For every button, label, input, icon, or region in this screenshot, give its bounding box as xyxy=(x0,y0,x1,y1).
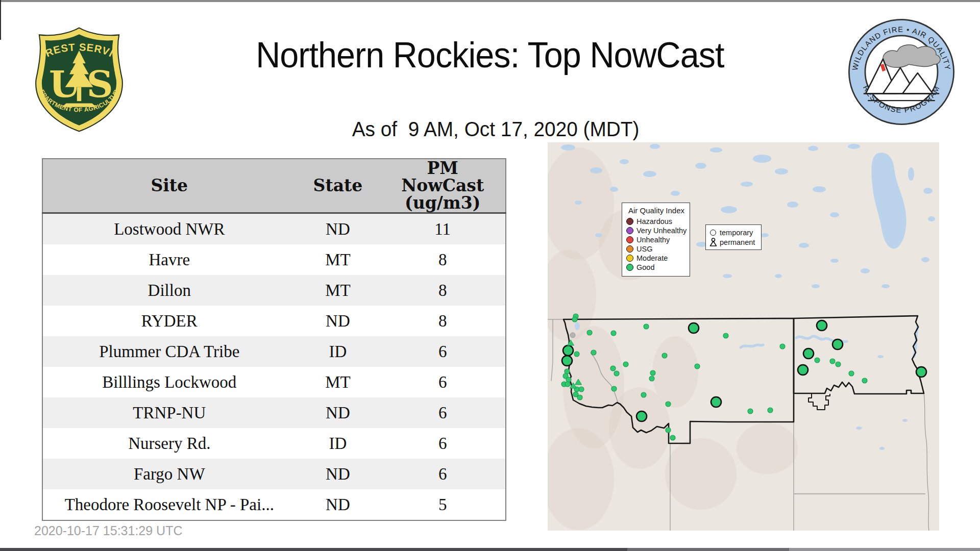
station-marker-small xyxy=(641,392,646,397)
station-marker-large xyxy=(563,345,573,356)
station-marker-small xyxy=(623,362,628,367)
table-row: Dillon MT 8 xyxy=(42,275,506,306)
value-cell: 8 xyxy=(380,244,506,275)
site-cell: Nursery Rd. xyxy=(42,428,296,459)
station-marker-small xyxy=(862,378,867,383)
station-marker-small xyxy=(611,386,617,391)
site-cell: TRNP-NU xyxy=(42,397,296,428)
value-cell: 11 xyxy=(380,213,506,245)
station-marker-small xyxy=(815,358,820,363)
permanent-marker-icon xyxy=(709,238,717,246)
window-frame-bottom xyxy=(627,548,789,551)
station-marker-large xyxy=(689,323,699,333)
window-frame-bottom xyxy=(789,548,980,551)
station-marker-small xyxy=(666,402,671,407)
table-row: Theodore Roosevelt NP - Pai... ND 5 xyxy=(42,489,506,520)
station-marker-large xyxy=(798,365,808,375)
station-marker-small xyxy=(666,428,671,433)
state-cell: ID xyxy=(296,336,380,367)
value-cell: 6 xyxy=(380,367,506,397)
very-unhealthy-swatch-icon xyxy=(626,227,633,234)
site-cell: Lostwood NWR xyxy=(42,213,296,245)
table-row: Fargo NW ND 6 xyxy=(42,459,506,489)
station-marker-large xyxy=(636,411,647,421)
station-marker-small xyxy=(614,371,619,376)
station-marker-small xyxy=(768,408,773,413)
aqi-legend-item: Good xyxy=(626,263,687,271)
marker-type-legend: temporary permanent xyxy=(705,224,762,250)
state-cell: ND xyxy=(296,213,380,245)
state-cell: ND xyxy=(296,397,380,428)
value-cell: 6 xyxy=(380,397,506,428)
station-marker-small xyxy=(662,353,667,358)
site-cell: Fargo NW xyxy=(42,459,296,489)
station-marker-large xyxy=(916,367,926,377)
table-row: Lostwood NWR ND 11 xyxy=(42,213,506,245)
hazardous-swatch-icon xyxy=(626,218,633,225)
aqi-legend-title: Air Quality Index xyxy=(628,206,687,215)
station-marker-large xyxy=(803,348,814,359)
site-cell: Havre xyxy=(42,244,296,275)
wfaqrp-logo-icon: WILDLAND FIRE • AIR QUALITY RESPONSE PRO… xyxy=(847,18,955,126)
station-marker-small xyxy=(565,382,570,387)
station-marker-small xyxy=(566,377,571,382)
table-row: Billlings Lockwood MT 6 xyxy=(42,367,506,397)
table-row: RYDER ND 8 xyxy=(42,306,506,336)
site-cell: Plummer CDA Tribe xyxy=(42,336,296,367)
station-map: Air Quality Index Hazardous Very Unhealt… xyxy=(548,142,939,531)
station-marker-small xyxy=(579,387,584,392)
station-marker-small xyxy=(649,376,654,381)
station-marker-small xyxy=(577,395,582,400)
moderate-swatch-icon xyxy=(626,255,633,262)
aqi-legend-item: USG xyxy=(626,245,687,253)
temporary-marker-icon xyxy=(710,230,716,236)
station-marker-small xyxy=(572,317,577,322)
station-marker-small xyxy=(574,352,579,357)
col-header-site: Site xyxy=(42,159,296,213)
generated-timestamp: 2020-10-17 15:31:29 UTC xyxy=(34,523,182,538)
station-marker-small xyxy=(611,331,616,336)
station-marker-small xyxy=(587,330,592,335)
wfaqrp-logo: WILDLAND FIRE • AIR QUALITY RESPONSE PRO… xyxy=(847,18,955,126)
table-row: TRNP-NU ND 6 xyxy=(42,397,506,428)
table-header-row: Site State PM NowCast (ug/m3) xyxy=(42,159,506,213)
value-cell: 6 xyxy=(380,428,506,459)
aqi-legend-item: Moderate xyxy=(626,254,687,262)
state-cell: ND xyxy=(296,459,380,489)
temporary-legend-row: temporary xyxy=(709,228,758,237)
state-cell: MT xyxy=(296,244,380,275)
site-cell: Theodore Roosevelt NP - Pai... xyxy=(42,489,296,520)
window-frame-bottom xyxy=(0,548,627,551)
state-cell: ND xyxy=(296,489,380,520)
site-cell: Billlings Lockwood xyxy=(42,367,296,397)
col-header-state: State xyxy=(296,159,380,213)
station-marker-small xyxy=(695,364,700,369)
window-frame-top xyxy=(0,0,980,2)
station-marker-large xyxy=(817,320,827,331)
station-marker-small xyxy=(849,371,854,376)
station-marker-gray xyxy=(570,333,575,338)
col-header-pm-nowcast: PM NowCast (ug/m3) xyxy=(380,159,506,213)
table-row: Havre MT 8 xyxy=(42,244,506,275)
site-cell: Dillon xyxy=(42,275,296,306)
station-marker-small xyxy=(644,324,649,329)
station-marker-small xyxy=(836,362,841,367)
station-marker-large xyxy=(832,339,843,349)
station-marker-small xyxy=(591,350,596,355)
page-subtitle: As of 9 AM, Oct 17, 2020 (MDT) xyxy=(0,95,980,141)
station-marker-large xyxy=(711,397,721,407)
station-marker-small xyxy=(830,359,835,364)
value-cell: 8 xyxy=(380,275,506,306)
aqi-legend-item: Unhealthy xyxy=(626,236,687,244)
state-cell: MT xyxy=(296,367,380,397)
unhealthy-swatch-icon xyxy=(626,236,633,243)
aqi-legend-item: Hazardous xyxy=(626,217,687,226)
station-marker-small xyxy=(610,366,616,371)
site-cell: RYDER xyxy=(42,306,296,336)
state-cell: ND xyxy=(296,306,380,336)
station-marker-small xyxy=(650,370,655,375)
station-marker-large xyxy=(562,356,572,366)
value-cell: 6 xyxy=(380,336,506,367)
basemap xyxy=(548,142,939,531)
state-cell: ID xyxy=(296,428,380,459)
